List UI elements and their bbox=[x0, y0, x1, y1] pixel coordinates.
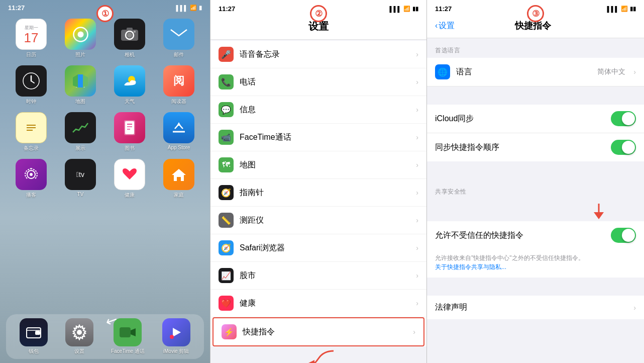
app-mail[interactable]: 邮件 bbox=[158, 19, 200, 58]
panel2-title: 设置 bbox=[210, 16, 426, 40]
app-books[interactable]: 图书 bbox=[109, 112, 151, 152]
svg-point-33 bbox=[77, 330, 82, 335]
settings-stocks[interactable]: 📈 股市 › bbox=[210, 262, 426, 290]
allow-untrusted-row[interactable]: 允许不受信任的快捷指令 bbox=[427, 221, 644, 249]
sync-order-toggle[interactable] bbox=[611, 140, 636, 155]
svg-point-28 bbox=[30, 173, 33, 176]
phone-screen: 11:27 ▌▌▌ 📶 ▮ 星期一 17 日历 bbox=[0, 0, 210, 363]
dock-facetime[interactable]: FaceTime 通话 ↙ bbox=[111, 318, 145, 355]
app-photos-label: 照片 bbox=[75, 51, 85, 58]
voice-icon: 🎤 bbox=[219, 47, 234, 62]
settings-compass[interactable]: 🧭 指南针 › bbox=[210, 179, 426, 207]
settings-measure[interactable]: 📏 测距仪 › bbox=[210, 207, 426, 234]
settings-phone[interactable]: 📞 电话 › bbox=[210, 68, 426, 96]
app-eread[interactable]: 阅 阅读器 bbox=[158, 65, 200, 105]
language-row[interactable]: 🌐 语言 简体中文 › bbox=[427, 58, 644, 86]
icloud-toggle[interactable] bbox=[611, 111, 636, 126]
svg-rect-7 bbox=[170, 28, 188, 41]
message-chevron: › bbox=[416, 106, 418, 114]
main-wrapper: 11:27 ▌▌▌ 📶 ▮ 星期一 17 日历 bbox=[0, 0, 644, 363]
safari-label: Safari浏览器 bbox=[240, 243, 410, 253]
phone-chevron: › bbox=[416, 78, 418, 86]
svg-point-1 bbox=[77, 31, 83, 37]
app-weather[interactable]: 天气 bbox=[109, 65, 151, 105]
sync-order-row[interactable]: 同步快捷指令顺序 bbox=[427, 133, 644, 161]
allow-untrusted-label: 允许不受信任的快捷指令 bbox=[435, 230, 605, 241]
dock-facetime-label: FaceTime 通话 bbox=[111, 348, 145, 355]
sync-order-label: 同步快捷指令顺序 bbox=[435, 142, 605, 153]
stocks-chevron: › bbox=[416, 271, 418, 280]
settings-safari[interactable]: 🧭 Safari浏览器 › bbox=[210, 234, 426, 262]
svg-line-25 bbox=[175, 124, 179, 129]
red-arrow-2 bbox=[298, 348, 339, 363]
panel1-iphone: 11:27 ▌▌▌ 📶 ▮ 星期一 17 日历 bbox=[0, 0, 210, 363]
panel3-page-title: 快捷指令 bbox=[455, 20, 611, 32]
compass-chevron: › bbox=[416, 189, 418, 197]
app-appletv[interactable]: tv TV bbox=[59, 159, 101, 199]
app-photos[interactable]: 照片 bbox=[59, 19, 101, 58]
app-podcasts-label: 播客 bbox=[26, 192, 36, 199]
app-stocks[interactable]: 展示 bbox=[59, 112, 101, 152]
back-button[interactable]: ‹ 设置 bbox=[435, 21, 455, 31]
main-container: 11:27 ▌▌▌ 📶 ▮ 星期一 17 日历 bbox=[0, 0, 644, 363]
measure-label: 测距仪 bbox=[240, 215, 410, 226]
wifi-icon: 📶 bbox=[190, 5, 197, 11]
settings-shortcuts[interactable]: ⚡ 快捷指令 › bbox=[213, 318, 423, 345]
panel2-settings: 11:27 ▌▌▌ 📶 ▮▮ 设置 🎤 语音备忘录 › 📞 bbox=[210, 0, 427, 363]
safari-chevron: › bbox=[416, 244, 418, 252]
icloud-row[interactable]: iCloud同步 bbox=[427, 105, 644, 133]
svg-rect-34 bbox=[120, 327, 131, 337]
settings-voice[interactable]: 🎤 语音备忘录 › bbox=[210, 41, 426, 68]
app-podcasts[interactable]: 播客 bbox=[10, 159, 52, 199]
svg-marker-36 bbox=[173, 328, 181, 337]
allow-untrusted-toggle[interactable] bbox=[611, 228, 636, 243]
status-bar-3: 11:27 ▌▌▌ 📶 ▮▮ bbox=[427, 0, 644, 16]
dock-imovie-label: iMovie 剪辑 bbox=[163, 348, 189, 355]
back-chevron: ‹ bbox=[435, 21, 438, 30]
app-health[interactable]: 健康 bbox=[109, 159, 151, 199]
shortcuts-highlight-box: ⚡ 快捷指令 › bbox=[212, 317, 424, 346]
status-bar-1: 11:27 ▌▌▌ 📶 ▮ bbox=[0, 0, 210, 14]
svg-marker-29 bbox=[172, 169, 186, 181]
description-text: 允许接收来自"快捷指令中心"之外的不受信任快捷指令。 bbox=[435, 254, 584, 261]
app-home[interactable]: 家庭 bbox=[158, 159, 200, 199]
settings-health[interactable]: ❤️ 健康 › bbox=[210, 290, 426, 317]
dock-imovie[interactable]: iMovie 剪辑 bbox=[162, 318, 190, 355]
app-appstore[interactable]: App Store bbox=[158, 112, 200, 152]
signal-2: ▌▌▌ bbox=[390, 6, 401, 12]
section-divider-2 bbox=[427, 161, 644, 179]
app-appletv-label: TV bbox=[77, 192, 84, 197]
app-calendar[interactable]: 星期一 17 日历 bbox=[10, 19, 52, 58]
app-camera-label: 相机 bbox=[125, 51, 135, 58]
health-chevron: › bbox=[416, 299, 418, 307]
dock-wallet[interactable]: 钱包 bbox=[20, 318, 48, 355]
icloud-label: iCloud同步 bbox=[435, 114, 605, 124]
legal-row[interactable]: 法律声明 › bbox=[427, 296, 644, 319]
description-link[interactable]: 关于快捷指令共享与隐私... bbox=[435, 263, 506, 270]
app-health-label: 健康 bbox=[125, 192, 135, 199]
phone-label: 电话 bbox=[240, 77, 410, 87]
dock-settings[interactable]: 设置 bbox=[65, 318, 93, 355]
wifi-2: 📶 bbox=[403, 6, 410, 12]
app-clock[interactable]: 时钟 bbox=[10, 65, 52, 105]
app-books-label: 图书 bbox=[125, 145, 135, 152]
dock-wallet-label: 钱包 bbox=[29, 348, 39, 355]
arrow-container-2 bbox=[210, 348, 426, 363]
app-appstore-label: App Store bbox=[168, 145, 190, 150]
voice-label: 语音备忘录 bbox=[240, 49, 410, 60]
app-maps[interactable]: 地图 bbox=[59, 65, 101, 105]
settings-maps[interactable]: 🗺 地图 › bbox=[210, 151, 426, 179]
dock: 钱包 设置 FaceTime 通话 ↙ bbox=[6, 314, 204, 359]
section-divider-1 bbox=[427, 86, 644, 105]
settings-message[interactable]: 💬 信息 › bbox=[210, 96, 426, 124]
description-block: 允许接收来自"快捷指令中心"之外的不受信任快捷指令。 关于快捷指令共享与隐私..… bbox=[427, 249, 644, 278]
app-notes[interactable]: 备忘录 bbox=[10, 112, 52, 152]
app-maps-label: 地图 bbox=[75, 98, 85, 105]
settings-facetime[interactable]: 📹 FaceTime通话 › bbox=[210, 124, 426, 151]
app-camera[interactable]: 相机 bbox=[109, 19, 151, 58]
language-value: 简体中文 bbox=[597, 67, 625, 76]
svg-marker-39 bbox=[594, 212, 604, 219]
shortcuts-icon: ⚡ bbox=[222, 324, 237, 339]
svg-point-4 bbox=[127, 33, 132, 38]
measure-chevron: › bbox=[416, 216, 418, 224]
